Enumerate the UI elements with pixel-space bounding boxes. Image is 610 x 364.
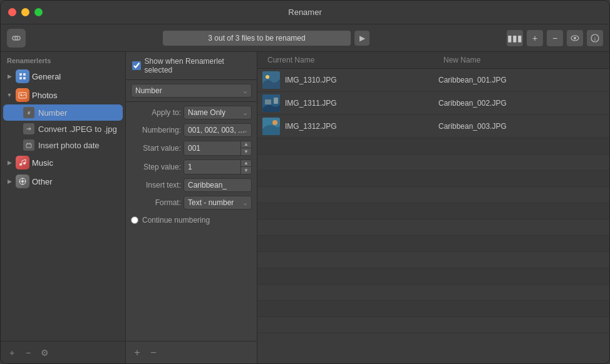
start-value-increment[interactable]: ▲ [241,141,251,148]
continue-numbering-row: Continue numbering [131,213,252,227]
other-group-label: Other [32,177,53,186]
start-value-stepper-buttons: ▲ ▼ [240,141,251,155]
minimize-button[interactable] [21,8,29,16]
show-when-row: Show when Renamerlet selected [126,52,257,80]
continue-numbering-radio[interactable] [131,216,138,224]
toolbar: 3 out of 3 files to be renamed ▶ ▮▮▮ + −… [1,24,609,52]
info-button[interactable]: i [587,30,603,46]
sidebar-group-header-general[interactable]: General [1,67,125,86]
play-button[interactable]: ▶ [354,31,370,46]
progress-bar: 3 out of 3 files to be renamed [163,31,351,46]
file-new-name-3: Caribbean_003.JPG [438,122,507,131]
insert-text-row: Insert text: [131,178,252,192]
format-select[interactable]: Text - number number - Text number Text … [184,196,252,210]
sidebar-header: Renamerlerts [1,52,125,67]
sidebar-content: General Photos [1,67,125,341]
settings-panel: Show when Renamerlet selected Number Tex… [126,52,257,363]
bar-chart-button[interactable]: ▮▮▮ [507,30,523,46]
svg-text:i: i [594,36,596,42]
maximize-button[interactable] [34,8,43,16]
continue-numbering-label: Continue numbering [142,216,210,225]
start-value-decrement[interactable]: ▼ [241,148,251,155]
settings-remove-button[interactable]: − [147,346,160,359]
show-when-label: Show when Renamerlet selected [145,57,251,74]
empty-row [257,171,609,187]
svg-rect-29 [265,99,271,104]
apply-to-row: Apply to: Name Only Extension Only Name … [131,106,252,119]
insert-text-input[interactable] [184,178,252,192]
step-value-input[interactable] [184,160,240,174]
empty-row [257,268,609,285]
step-value-label: Step value: [131,163,181,171]
app-window: Renamer 3 out of 3 files to be renamed ▶… [0,0,610,364]
svg-point-26 [266,75,269,79]
settings-form: Apply to: Name Only Extension Only Name … [126,102,257,341]
sidebar-group-general: General [1,67,125,86]
file-thumb-3 [262,118,280,135]
sidebar-group-other: Other [1,172,125,191]
file-list-header: Current Name New Name [257,52,609,69]
file-current-1: IMG_1310.JPG [257,69,428,91]
file-current-name-1: IMG_1310.JPG [285,76,337,84]
sidebar-add-button[interactable]: + [6,346,18,359]
sidebar-settings-button[interactable]: ⚙ [38,346,51,359]
music-group-label: Music [32,158,53,168]
info-icon: i [591,34,599,43]
start-value-row: Start value: ▲ ▼ [131,141,252,156]
number-icon: # [23,107,34,118]
start-value-input[interactable] [184,141,240,155]
file-new-1: Caribbean_001.JPG [428,73,609,87]
empty-row [257,236,609,252]
empty-row [257,252,609,268]
numbering-select-wrapper: 001, 002, 003, ... 1, 2, 3, ... 01, 02, … [184,123,252,137]
format-row: Format: Text - number number - Text numb… [131,196,252,210]
rule-select-wrapper: Number Text Date Sequence [131,84,252,98]
rule-select[interactable]: Number Text Date Sequence [131,84,252,98]
other-icon [16,174,29,188]
svg-rect-7 [23,77,26,79]
table-row[interactable]: IMG_1312.JPG Caribbean_003.JPG [257,115,609,138]
link-icon-button[interactable] [7,29,26,48]
table-row[interactable]: IMG_1310.JPG Caribbean_001.JPG [257,69,609,92]
step-value-increment[interactable]: ▲ [241,160,251,167]
svg-rect-5 [23,73,26,76]
sidebar-remove-button[interactable]: − [22,346,34,359]
current-name-header: Current Name [257,56,433,64]
settings-add-button[interactable]: + [131,346,143,359]
sidebar-group-header-other[interactable]: Other [1,172,125,191]
window-title: Renamer [288,8,321,17]
chevron-right-music-icon [6,159,13,166]
close-button[interactable] [8,8,16,16]
numbering-select[interactable]: 001, 002, 003, ... 1, 2, 3, ... 01, 02, … [184,123,252,137]
link-icon [11,33,21,43]
number-label: Number [38,108,67,118]
table-row[interactable]: IMG_1311.JPG Caribbean_002.JPG [257,92,609,115]
photos-group-label: Photos [32,91,57,100]
sidebar-item-insert-photo-date[interactable]: Insert photo date [1,137,125,153]
sidebar-group-photos: Photos # Number [1,86,125,153]
apply-to-select[interactable]: Name Only Extension Only Name & Extensio… [184,106,252,119]
step-value-decrement[interactable]: ▼ [241,167,251,174]
settings-footer: + − [126,341,257,363]
chevron-down-icon [6,91,13,99]
sidebar-item-convert[interactable]: Convert .JPEG to .jpg [1,121,125,137]
svg-point-17 [19,163,22,166]
step-value-row: Step value: ▲ ▼ [131,159,252,174]
empty-row [257,187,609,203]
add-button[interactable]: + [527,30,543,46]
show-when-checkbox[interactable] [132,61,141,70]
titlebar: Renamer [1,1,609,24]
chevron-right-other-icon [6,178,13,185]
step-value-stepper: ▲ ▼ [184,159,252,174]
svg-point-9 [21,94,23,96]
convert-icon [23,123,34,134]
eye-button[interactable] [567,30,583,46]
remove-button[interactable]: − [547,30,563,46]
empty-row [257,317,609,333]
file-list-content: IMG_1310.JPG Caribbean_001.JPG [257,69,609,363]
sidebar-group-header-photos[interactable]: Photos [1,86,125,104]
svg-point-31 [272,120,277,125]
sidebar-group-header-music[interactable]: Music [1,153,125,172]
sidebar-item-number[interactable]: # Number [3,104,123,121]
file-new-name-2: Caribbean_002.JPG [438,99,507,108]
